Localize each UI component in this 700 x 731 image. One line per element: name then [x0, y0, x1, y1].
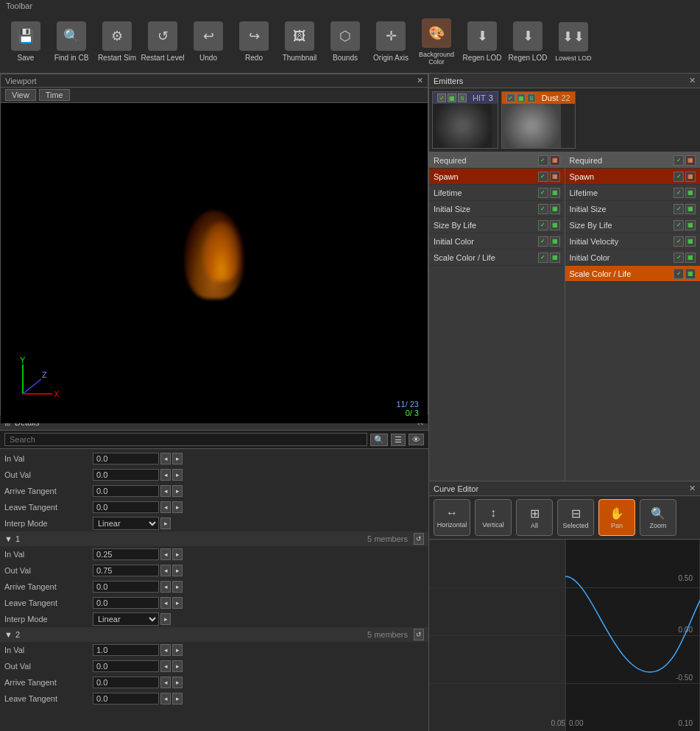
lowest-lod-button[interactable]: ⬇⬇ Lowest LOD [551, 13, 595, 71]
in-val-input-0[interactable] [93, 453, 159, 465]
redo-button[interactable]: ↪ Redo [232, 13, 276, 71]
curve-zoom-button[interactable]: 🔍 Zoom [640, 499, 676, 536]
module-check-2a[interactable]: ✓ [674, 155, 684, 166]
module-initialsize-2[interactable]: Initial Size ✓ ▦ [565, 201, 701, 217]
search-input[interactable] [4, 433, 367, 446]
out-val-down-2[interactable]: ◂ [160, 660, 171, 672]
restart-level-button[interactable]: ↺ Restart Level [141, 13, 185, 71]
module-sizebylife-1[interactable]: Size By Life ✓ ▦ [429, 217, 565, 233]
section-1-header[interactable]: ▼ 1 5 members ↺ [0, 532, 428, 546]
leave-tangent-up-2[interactable]: ▸ [172, 693, 183, 704]
module-lifetime-check-1a[interactable]: ✓ [538, 188, 548, 198]
leave-tangent-input-1[interactable] [93, 597, 159, 609]
module-check-2b[interactable]: ▦ [685, 155, 696, 166]
module-initialcolor-check-1b[interactable]: ▦ [550, 236, 560, 247]
module-initialsize-check-2a[interactable]: ✓ [674, 204, 684, 214]
undo-button[interactable]: ↩ Undo [186, 13, 230, 71]
in-val-up-1[interactable]: ▸ [172, 548, 183, 560]
leave-tangent-down-1[interactable]: ◂ [160, 597, 171, 609]
find-in-cb-button[interactable]: 🔍 Find in CB [49, 13, 93, 71]
module-initialsize-check-1a[interactable]: ✓ [538, 204, 548, 214]
module-sizebylife-check-2a[interactable]: ✓ [674, 220, 684, 230]
arrive-tangent-down-1[interactable]: ◂ [160, 581, 171, 593]
arrive-tangent-input-0[interactable] [93, 485, 159, 497]
eye-button[interactable]: 👁 [409, 434, 424, 445]
curve-horizontal-button[interactable]: ↔ Horizontal [434, 499, 470, 536]
module-spawn-2[interactable]: Spawn ✓ ▦ [565, 169, 701, 185]
interp-down-0[interactable]: ▸ [160, 518, 171, 529]
background-color-button[interactable]: 🎨 Background Color [414, 13, 459, 71]
module-initialsize-1[interactable]: Initial Size ✓ ▦ [429, 201, 565, 217]
module-required-1[interactable]: Required ✓ ▦ [429, 152, 565, 169]
thumbnail-button[interactable]: 🖼 Thumbnail [277, 13, 322, 71]
module-initialcolor-check-1a[interactable]: ✓ [538, 236, 548, 247]
arrive-tangent-up-1[interactable]: ▸ [172, 581, 183, 593]
module-check-1a[interactable]: ✓ [538, 155, 548, 166]
module-scalecolorlife-check-1a[interactable]: ✓ [538, 253, 548, 263]
regen-lod2-button[interactable]: ⬇ Regen LOD [506, 13, 550, 71]
search-button[interactable]: 🔍 [370, 434, 388, 446]
bounds-button[interactable]: ⬡ Bounds [323, 13, 367, 71]
in-val-up-2[interactable]: ▸ [172, 644, 183, 656]
module-lifetime-check-1b[interactable]: ▦ [550, 188, 560, 198]
module-spawn-1[interactable]: Spawn ✓ ▦ [429, 169, 565, 185]
interp-down-1[interactable]: ▸ [160, 613, 171, 625]
module-lifetime-check-2a[interactable]: ✓ [674, 188, 684, 198]
module-scalecolorlife-check-2b[interactable]: ▦ [685, 269, 696, 279]
module-sizebylife-check-1a[interactable]: ✓ [538, 220, 548, 230]
module-scalecolorlife-check-2a[interactable]: ✓ [674, 269, 684, 279]
module-scalecolorlife-2[interactable]: Scale Color / Life ✓ ▦ [565, 266, 701, 282]
arrive-tangent-down-0[interactable]: ◂ [160, 485, 171, 497]
module-initialvelocity-check-2b[interactable]: ▦ [685, 236, 696, 247]
module-sizebylife-check-1b[interactable]: ▦ [550, 220, 560, 230]
module-initialcolor-check-2a[interactable]: ✓ [674, 253, 684, 263]
module-spawn-check-2a[interactable]: ✓ [674, 172, 684, 182]
emitter-hit-check1[interactable]: ✓ [437, 93, 446, 102]
time-button[interactable]: Time [39, 89, 70, 101]
out-val-up-1[interactable]: ▸ [172, 565, 183, 576]
in-val-up-0[interactable]: ▸ [172, 453, 183, 465]
leave-tangent-up-1[interactable]: ▸ [172, 597, 183, 609]
in-val-input-1[interactable] [93, 548, 159, 560]
list-view-button[interactable]: ☰ [391, 434, 406, 446]
interp-mode-select-0[interactable]: Linear Constant Cubic [93, 517, 159, 530]
emitter-hit-check3[interactable]: S [458, 93, 467, 102]
curve-editor-close-icon[interactable]: ✕ [689, 484, 696, 493]
section-2-reset[interactable]: ↺ [414, 629, 424, 640]
in-val-input-2[interactable] [93, 644, 159, 656]
regen-lod1-button[interactable]: ⬇ Regen LOD [460, 13, 504, 71]
emitters-close-icon[interactable]: ✕ [689, 76, 696, 85]
arrive-tangent-up-0[interactable]: ▸ [172, 485, 183, 497]
in-val-down-2[interactable]: ◂ [160, 644, 171, 656]
curve-vertical-button[interactable]: ↕ Vertical [475, 499, 512, 536]
out-val-input-1[interactable] [93, 565, 159, 576]
origin-axis-button[interactable]: ✛ Origin Axis [369, 13, 413, 71]
emitter-dust-check3[interactable]: S [527, 93, 536, 102]
module-initialsize-check-2b[interactable]: ▦ [685, 204, 696, 214]
leave-tangent-input-2[interactable] [93, 693, 159, 704]
arrive-tangent-up-2[interactable]: ▸ [172, 677, 183, 688]
module-initialsize-check-1b[interactable]: ▦ [550, 204, 560, 214]
emitter-hit-check2[interactable]: ▦ [448, 93, 456, 102]
module-scalecolorlife-check-1b[interactable]: ▦ [550, 253, 560, 263]
module-required-2[interactable]: Required ✓ ▦ [565, 152, 701, 169]
module-initialvelocity-2[interactable]: Initial Velocity ✓ ▦ [565, 233, 701, 250]
out-val-up-2[interactable]: ▸ [172, 660, 183, 672]
save-button[interactable]: 💾 Save [4, 13, 48, 71]
module-spawn-check-1b[interactable]: ▦ [550, 172, 560, 182]
module-check-1b[interactable]: ▦ [550, 155, 560, 166]
viewport-close-icon[interactable]: ✕ [417, 76, 423, 85]
arrive-tangent-down-2[interactable]: ◂ [160, 677, 171, 688]
module-initialcolor-check-2b[interactable]: ▦ [685, 253, 696, 263]
module-initialvelocity-check-2a[interactable]: ✓ [674, 236, 684, 247]
module-sizebylife-check-2b[interactable]: ▦ [685, 220, 696, 230]
in-val-down-1[interactable]: ◂ [160, 548, 171, 560]
out-val-input-0[interactable] [93, 469, 159, 481]
section-2-header[interactable]: ▼ 2 5 members ↺ [0, 627, 428, 642]
module-spawn-check-2b[interactable]: ▦ [685, 172, 696, 182]
module-lifetime-2[interactable]: Lifetime ✓ ▦ [565, 185, 701, 201]
leave-tangent-down-0[interactable]: ◂ [160, 501, 171, 513]
interp-mode-select-1[interactable]: Linear Constant Cubic [93, 612, 159, 626]
curve-all-button[interactable]: ⊞ All [516, 499, 553, 536]
out-val-down-1[interactable]: ◂ [160, 565, 171, 576]
